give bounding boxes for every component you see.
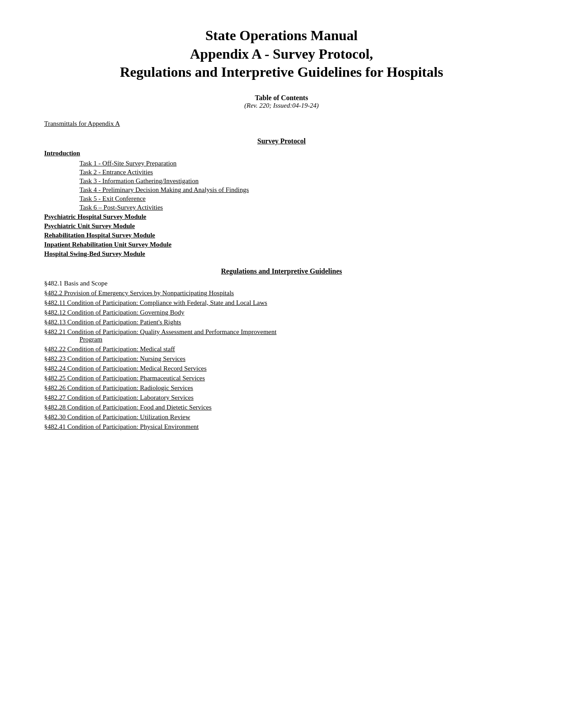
transmittals-section: Transmittals for Appendix A	[44, 120, 519, 128]
survey-protocol-label: Survey Protocol	[257, 137, 306, 145]
task-4[interactable]: Task 4 - Preliminary Decision Making and…	[79, 186, 519, 194]
task-3[interactable]: Task 3 - Information Gathering/Investiga…	[79, 177, 519, 185]
regs-heading: Regulations and Interpretive Guidelines	[221, 267, 342, 275]
task-5[interactable]: Task 5 - Exit Conference	[79, 195, 519, 203]
rehabilitation-hospital-module[interactable]: Rehabilitation Hospital Survey Module	[44, 232, 519, 239]
title-line2: Appendix A - Survey Protocol,	[190, 46, 373, 62]
toc-title: Table of Contents	[44, 94, 519, 102]
task-list: Task 1 - Off-Site Survey Preparation Tas…	[79, 160, 519, 211]
reg-482-24[interactable]: §482.24 Condition of Participation: Medi…	[44, 365, 519, 372]
hospital-swing-bed-module[interactable]: Hospital Swing-Bed Survey Module	[44, 250, 519, 258]
toc-rev: (Rev. 220; Issued:04-19-24)	[44, 102, 519, 109]
inpatient-rehab-unit-module[interactable]: Inpatient Rehabilitation Unit Survey Mod…	[44, 241, 519, 248]
reg-482-25[interactable]: §482.25 Condition of Participation: Phar…	[44, 375, 519, 382]
reg-482-13[interactable]: §482.13 Condition of Participation: Pati…	[44, 319, 519, 326]
psychiatric-unit-module[interactable]: Psychiatric Unit Survey Module	[44, 222, 519, 230]
reg-482-21[interactable]: §482.21 Condition of Participation: Qual…	[44, 328, 519, 343]
toc-header: Table of Contents (Rev. 220; Issued:04-1…	[44, 94, 519, 109]
page-title: State Operations Manual Appendix A - Sur…	[44, 26, 519, 82]
reg-482-26[interactable]: §482.26 Condition of Participation: Radi…	[44, 384, 519, 392]
task-6[interactable]: Task 6 – Post-Survey Activities	[79, 204, 519, 211]
reg-482-28[interactable]: §482.28 Condition of Participation: Food…	[44, 404, 519, 411]
psychiatric-hospital-module[interactable]: Psychiatric Hospital Survey Module	[44, 213, 519, 221]
reg-482-2[interactable]: §482.2 Provision of Emergency Services b…	[44, 289, 519, 297]
task-1[interactable]: Task 1 - Off-Site Survey Preparation	[79, 160, 519, 167]
reg-482-12[interactable]: §482.12 Condition of Participation: Gove…	[44, 309, 519, 316]
title-line3: Regulations and Interpretive Guidelines …	[120, 64, 443, 80]
reg-482-23[interactable]: §482.23 Condition of Participation: Nurs…	[44, 355, 519, 363]
transmittals-link[interactable]: Transmittals for Appendix A	[44, 120, 120, 127]
title-line1: State Operations Manual	[205, 27, 358, 43]
reg-482-1: §482.1 Basis and Scope	[44, 280, 519, 287]
survey-protocol-heading: Survey Protocol	[44, 137, 519, 145]
regs-heading-container: Regulations and Interpretive Guidelines	[44, 267, 519, 275]
regulations-list: §482.1 Basis and Scope §482.2 Provision …	[44, 280, 519, 431]
modules-list: Psychiatric Hospital Survey Module Psych…	[44, 213, 519, 258]
reg-482-22[interactable]: §482.22 Condition of Participation: Medi…	[44, 345, 519, 353]
reg-482-30[interactable]: §482.30 Condition of Participation: Util…	[44, 413, 519, 421]
task-2[interactable]: Task 2 - Entrance Activities	[79, 169, 519, 176]
introduction-heading: Introduction	[44, 150, 519, 157]
reg-482-21-line2: Program	[79, 336, 519, 343]
reg-482-41[interactable]: §482.41 Condition of Participation: Phys…	[44, 423, 519, 431]
reg-482-11[interactable]: §482.11 Condition of Participation: Comp…	[44, 299, 519, 307]
reg-482-27[interactable]: §482.27 Condition of Participation: Labo…	[44, 394, 519, 402]
reg-482-21-line1: §482.21 Condition of Participation: Qual…	[44, 328, 519, 336]
